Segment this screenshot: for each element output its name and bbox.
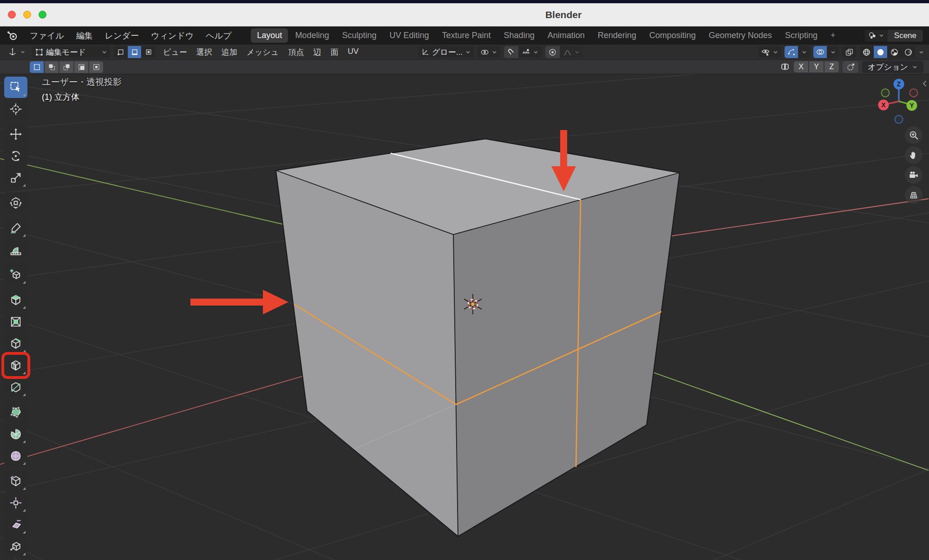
- editor-3d-viewport-icon: [7, 47, 18, 57]
- shear-tool-button[interactable]: [4, 514, 27, 535]
- viewport-menu-5[interactable]: 辺: [309, 46, 325, 59]
- wireframe-shading-button[interactable]: [860, 46, 873, 58]
- pan-hand-button[interactable]: [905, 146, 922, 164]
- visibility-eye-icon: [761, 47, 770, 57]
- shrink-fatten-tool-button[interactable]: [4, 492, 27, 514]
- scale-tool-button[interactable]: [4, 167, 27, 189]
- rotate-tool-button[interactable]: [4, 145, 27, 167]
- transform-orientation-dropdown[interactable]: グロー...: [419, 46, 474, 58]
- edge-select-button[interactable]: [128, 46, 141, 58]
- smooth-tool-button[interactable]: [4, 445, 27, 467]
- mirror-axis-y-button[interactable]: Y: [809, 61, 824, 72]
- spin-tool-button[interactable]: [4, 423, 27, 445]
- vertex-select-button[interactable]: [114, 46, 127, 58]
- edge-slide-tool-button[interactable]: [4, 470, 27, 492]
- workspace-tab-shading[interactable]: Shading: [498, 28, 541, 43]
- topbar-menu-2[interactable]: レンダー: [99, 28, 144, 43]
- pivot-point-dropdown[interactable]: [478, 46, 500, 58]
- transform-tool-button[interactable]: [4, 192, 27, 214]
- viewport-3d[interactable]: ユーザー・透視投影 (1) 立方体 Z X Y: [0, 74, 929, 560]
- proportional-editing-toggle[interactable]: [545, 46, 560, 58]
- add-cube-tool-button[interactable]: [4, 264, 27, 286]
- workspace-tab-modeling[interactable]: Modeling: [289, 28, 335, 43]
- viewport-menu-6[interactable]: 面: [326, 46, 342, 59]
- face-select-button[interactable]: [142, 46, 155, 58]
- scene-selector[interactable]: Scene: [864, 29, 923, 42]
- extrude-region-tool-button[interactable]: [4, 289, 27, 311]
- viewport-menu-0[interactable]: ビュー: [159, 46, 191, 59]
- topbar-menu-4[interactable]: ヘルプ: [200, 28, 237, 43]
- material-shading-button[interactable]: [888, 46, 901, 58]
- toggle-xray-button[interactable]: [842, 46, 857, 58]
- overlays-dropdown[interactable]: [827, 46, 839, 58]
- snap-target-dropdown[interactable]: [519, 46, 542, 58]
- chevron-down-icon: [574, 49, 580, 55]
- show-overlays-toggle[interactable]: [813, 46, 827, 58]
- workspace-tab-layout[interactable]: Layout: [251, 28, 288, 43]
- snap-symmetry-button[interactable]: [843, 61, 858, 73]
- blender-logo-icon[interactable]: [6, 29, 20, 43]
- zoom-magnifier-button[interactable]: [905, 126, 922, 144]
- poly-build-tool-button[interactable]: [4, 402, 27, 423]
- cursor-tool-button[interactable]: [4, 98, 27, 120]
- workspace-tab-sculpting[interactable]: Sculpting: [336, 28, 382, 43]
- workspace-tab-rendering[interactable]: Rendering: [592, 28, 642, 43]
- axis-x-label: X: [881, 101, 886, 109]
- topbar-menu-0[interactable]: ファイル: [24, 28, 70, 43]
- editor-type-button[interactable]: [5, 46, 28, 58]
- zoom-window-button[interactable]: [39, 11, 46, 19]
- options-dropdown[interactable]: オプション: [862, 61, 923, 73]
- op-subtract-button[interactable]: [59, 61, 73, 73]
- show-gizmo-toggle[interactable]: [785, 46, 798, 58]
- solid-shading-button[interactable]: [874, 46, 887, 58]
- sidebar-collapse-arrow[interactable]: [921, 80, 929, 89]
- inset-faces-tool-button[interactable]: [4, 311, 27, 332]
- workspace-tab--[interactable]: +: [824, 28, 842, 43]
- axis-neg-y-handle[interactable]: [882, 89, 890, 97]
- workspace-tab-compositing[interactable]: Compositing: [643, 28, 702, 43]
- move-tool-button[interactable]: [4, 124, 27, 145]
- rip-region-tool-button[interactable]: [4, 536, 27, 557]
- scene-name[interactable]: Scene: [888, 30, 923, 42]
- visibility-dropdown[interactable]: [758, 46, 781, 58]
- topbar-menu-1[interactable]: 編集: [71, 28, 98, 43]
- navigation-gizmo[interactable]: Z X Y: [871, 76, 927, 128]
- annotate-tool-button[interactable]: [4, 217, 27, 239]
- op-intersect-button[interactable]: [89, 61, 103, 73]
- op-set-button[interactable]: [30, 61, 44, 73]
- close-window-button[interactable]: [8, 11, 16, 19]
- snap-toggle[interactable]: [504, 46, 518, 58]
- topbar-menu-3[interactable]: ウィンドウ: [145, 28, 199, 43]
- viewport-menu-1[interactable]: 選択: [192, 46, 216, 59]
- knife-tool-button[interactable]: [4, 377, 27, 398]
- minimize-window-button[interactable]: [23, 11, 31, 19]
- mode-dropdown[interactable]: 編集モード: [32, 46, 110, 58]
- bevel-tool-button[interactable]: [4, 333, 27, 354]
- workspace-tab-animation[interactable]: Animation: [542, 28, 591, 43]
- workspace-tab-uv-editing[interactable]: UV Editing: [383, 28, 435, 43]
- scene-icon[interactable]: [864, 30, 888, 42]
- mirror-axis-z-button[interactable]: Z: [824, 61, 839, 72]
- grid-ortho-button[interactable]: [905, 186, 922, 204]
- gizmo-dropdown[interactable]: [798, 46, 810, 58]
- op-extend-button[interactable]: [45, 61, 59, 73]
- shading-dropdown-chevron[interactable]: [918, 49, 924, 55]
- workspace-tab-texture-paint[interactable]: Texture Paint: [436, 28, 497, 43]
- measure-tool-button[interactable]: [4, 239, 27, 260]
- mirror-axis-x-button[interactable]: X: [794, 61, 808, 72]
- axis-neg-z-handle[interactable]: [895, 116, 903, 124]
- loop-cut-tool-button[interactable]: [4, 355, 27, 376]
- viewport-menu-2[interactable]: 追加: [217, 46, 242, 59]
- viewport-menu-4[interactable]: 頂点: [284, 46, 308, 59]
- axis-neg-x-handle[interactable]: [910, 89, 918, 97]
- falloff-dropdown[interactable]: [560, 46, 583, 58]
- select-box-tool-button[interactable]: [4, 77, 27, 98]
- cube-mesh[interactable]: [276, 139, 680, 536]
- rendered-shading-button[interactable]: [902, 46, 915, 58]
- viewport-menu-7[interactable]: UV: [343, 46, 363, 59]
- workspace-tab-scripting[interactable]: Scripting: [779, 28, 824, 43]
- op-invert-button[interactable]: [74, 61, 88, 73]
- camera-view-button[interactable]: [905, 166, 922, 184]
- viewport-menu-3[interactable]: メッシュ: [242, 46, 283, 59]
- workspace-tab-geometry-nodes[interactable]: Geometry Nodes: [703, 28, 778, 43]
